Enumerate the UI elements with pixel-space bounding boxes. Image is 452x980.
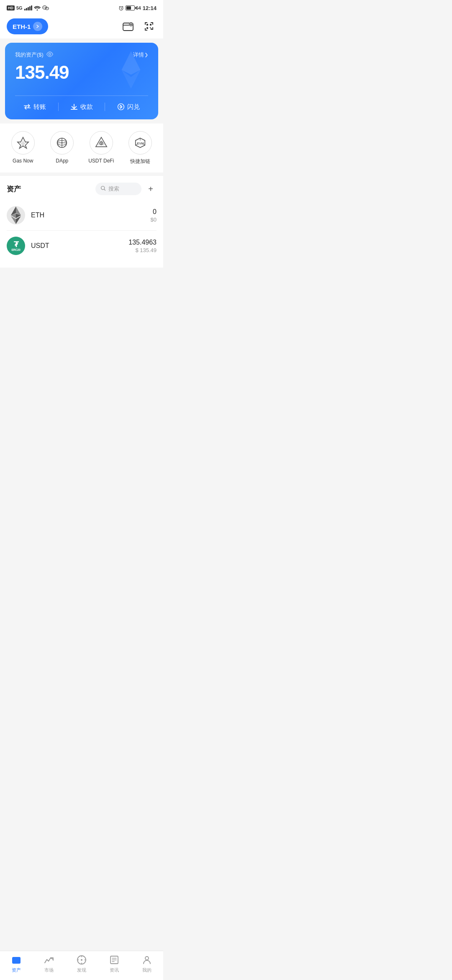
dapp-icon (50, 131, 74, 155)
svg-text:₮: ₮ (100, 142, 102, 145)
svg-point-15 (49, 53, 51, 55)
signal-bar-4 (29, 6, 31, 10)
eth-token-name: ETH (31, 211, 151, 219)
nav-header: ETH-1 (0, 15, 163, 39)
detail-link[interactable]: 详情 (133, 51, 148, 59)
battery-icon (126, 5, 135, 10)
svg-point-24 (62, 142, 63, 144)
receive-button[interactable]: 收款 (65, 103, 98, 111)
gas-now-label: Gas Now (13, 158, 33, 164)
divider-1 (58, 103, 59, 111)
alarm-icon (118, 5, 124, 11)
transfer-button[interactable]: 转账 (18, 103, 51, 111)
assets-header: 资产 搜索 + (7, 183, 157, 195)
network-name: ETH-1 (13, 23, 31, 30)
eye-icon[interactable] (46, 52, 54, 58)
status-left: HD 5G (7, 5, 49, 11)
svg-point-3 (45, 7, 49, 10)
gas-now-icon (11, 131, 35, 155)
quick-nav: Gas Now DApp ₮ USDT DeFi (0, 124, 163, 173)
signal-bar-5 (31, 5, 32, 10)
quick-nav-dapp[interactable]: DApp (43, 131, 82, 165)
eth-token-icon (7, 206, 25, 224)
signal-bars (24, 5, 32, 10)
eth-amount: 0 (151, 208, 157, 216)
assets-section: 资产 搜索 + ETH 0 $0 (0, 176, 163, 268)
usdt-usd: $ 135.49 (128, 247, 157, 253)
signal-bar-3 (28, 7, 29, 10)
eth-usd: $0 (151, 217, 157, 223)
status-right: 64 12:14 (118, 5, 157, 11)
battery-container: 64 (126, 5, 141, 10)
token-row-eth[interactable]: ETH 0 $0 (7, 200, 157, 231)
token-row-usdt[interactable]: ₮ ERC20 USDT 135.4963 $ 135.49 (7, 231, 157, 261)
svg-point-1 (44, 7, 44, 8)
network-arrow (33, 22, 42, 31)
usdt-amount: 135.4963 (128, 239, 157, 246)
asset-card: 我的资产($) 详情 135.49 转账 收款 (5, 43, 158, 119)
network-selector[interactable]: ETH-1 (7, 18, 48, 34)
asset-actions: 转账 收款 闪兑 (15, 95, 148, 111)
wifi-icon (34, 5, 41, 10)
assets-title: 资产 (7, 184, 21, 194)
flash-button[interactable]: 闪兑 (112, 103, 145, 111)
quick-nav-fast-chain[interactable]: EVM 快捷加链 (121, 131, 160, 165)
quick-nav-gas-now[interactable]: Gas Now (3, 131, 43, 165)
svg-text:EVM: EVM (137, 142, 144, 145)
add-asset-button[interactable]: + (145, 183, 157, 195)
status-bar: HD 5G (0, 0, 163, 15)
header-icons (121, 19, 157, 34)
time-display: 12:14 (143, 5, 157, 11)
wechat-icon (42, 5, 49, 11)
scan-button[interactable] (141, 19, 157, 34)
svg-rect-12 (146, 27, 148, 29)
assets-right: 搜索 + (95, 183, 157, 195)
svg-rect-11 (150, 24, 152, 26)
usdt-token-balance: 135.4963 $ 135.49 (128, 239, 157, 253)
usdt-defi-label: USDT DeFi (88, 158, 114, 164)
svg-point-16 (118, 104, 124, 110)
fast-chain-label: 快捷加链 (130, 158, 150, 165)
eth-token-balance: 0 $0 (151, 208, 157, 223)
usdt-defi-icon: ₮ (90, 131, 113, 155)
search-icon (100, 186, 106, 192)
add-wallet-button[interactable] (121, 19, 136, 34)
battery-level: 64 (136, 5, 141, 10)
svg-point-4 (46, 8, 46, 8)
usdt-token-icon: ₮ ERC20 (7, 237, 25, 255)
search-placeholder: 搜索 (108, 185, 119, 193)
svg-rect-10 (146, 24, 148, 26)
svg-point-5 (47, 8, 47, 8)
usdt-token-name: USDT (31, 242, 128, 250)
fast-chain-icon: EVM (128, 131, 152, 155)
hd-label: HD (7, 5, 15, 10)
quick-nav-usdt-defi[interactable]: ₮ USDT DeFi (82, 131, 121, 165)
asset-label: 我的资产($) (15, 51, 54, 59)
signal-bar-2 (26, 8, 27, 10)
search-bar[interactable]: 搜索 (95, 183, 141, 195)
signal-bar-1 (24, 9, 26, 10)
dapp-label: DApp (56, 158, 68, 164)
divider-2 (105, 103, 105, 111)
battery-fill (126, 6, 131, 10)
network-label: 5G (16, 5, 23, 10)
